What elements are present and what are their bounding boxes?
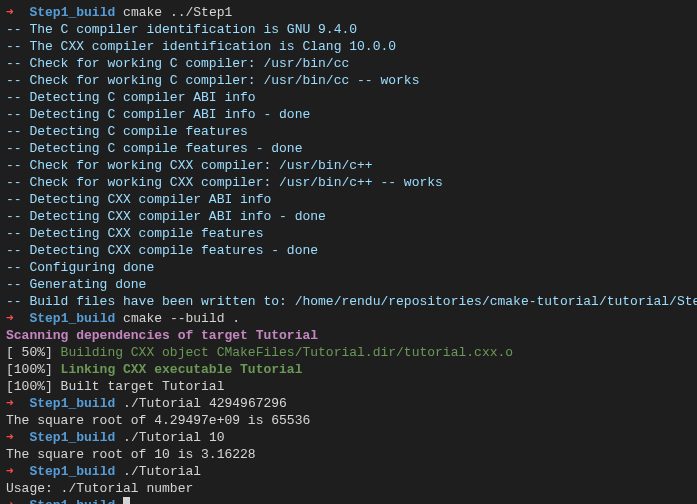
command: ./Tutorial <box>123 464 201 479</box>
link-line: [100%] Linking CXX executable Tutorial <box>6 361 691 378</box>
output-line: -- Detecting C compiler ABI info - done <box>6 106 691 123</box>
prompt-line: ➜ Step1_build cmake ../Step1 <box>6 4 691 21</box>
prompt-arrow-icon: ➜ <box>6 311 29 326</box>
build-line: [ 50%] Building CXX object CMakeFiles/Tu… <box>6 344 691 361</box>
prompt-dir: Step1_build <box>29 430 115 445</box>
output-line: -- Detecting CXX compiler ABI info - don… <box>6 208 691 225</box>
prompt-line: ➜ Step1_build ./Tutorial <box>6 463 691 480</box>
command: cmake ../Step1 <box>123 5 232 20</box>
prompt-arrow-icon: ➜ <box>6 498 29 504</box>
output-line: -- Detecting C compile features - done <box>6 140 691 157</box>
output-line: -- Detecting CXX compile features - done <box>6 242 691 259</box>
prompt-dir: Step1_build <box>29 498 115 504</box>
output-line: -- Detecting C compile features <box>6 123 691 140</box>
output-line: -- Detecting C compiler ABI info <box>6 89 691 106</box>
output-line: The square root of 10 is 3.16228 <box>6 446 691 463</box>
prompt-dir: Step1_build <box>29 311 115 326</box>
output-line: Usage: ./Tutorial number <box>6 480 691 497</box>
prompt-line: ➜ Step1_build ./Tutorial 10 <box>6 429 691 446</box>
scan-line: Scanning dependencies of target Tutorial <box>6 327 691 344</box>
prompt-dir: Step1_build <box>29 396 115 411</box>
output-line: -- Check for working CXX compiler: /usr/… <box>6 157 691 174</box>
terminal[interactable]: ➜ Step1_build cmake ../Step1 -- The C co… <box>6 4 691 504</box>
command: ./Tutorial 4294967296 <box>123 396 287 411</box>
output-line: -- Check for working C compiler: /usr/bi… <box>6 72 691 89</box>
prompt-arrow-icon: ➜ <box>6 430 29 445</box>
output-line: -- Detecting CXX compile features <box>6 225 691 242</box>
output-line: -- Check for working CXX compiler: /usr/… <box>6 174 691 191</box>
prompt-line: ➜ Step1_build ./Tutorial 4294967296 <box>6 395 691 412</box>
prompt-arrow-icon: ➜ <box>6 464 29 479</box>
prompt-dir: Step1_build <box>29 464 115 479</box>
output-line: -- Check for working C compiler: /usr/bi… <box>6 55 691 72</box>
command: cmake --build . <box>123 311 240 326</box>
prompt-dir: Step1_build <box>29 5 115 20</box>
output-line: -- Configuring done <box>6 259 691 276</box>
output-line: The square root of 4.29497e+09 is 65536 <box>6 412 691 429</box>
output-line: -- Build files have been written to: /ho… <box>6 293 691 310</box>
prompt-line[interactable]: ➜ Step1_build <box>6 497 691 504</box>
prompt-line: ➜ Step1_build cmake --build . <box>6 310 691 327</box>
output-line: -- The C compiler identification is GNU … <box>6 21 691 38</box>
output-line: -- Generating done <box>6 276 691 293</box>
output-line: -- Detecting CXX compiler ABI info <box>6 191 691 208</box>
cursor-icon <box>123 497 130 504</box>
output-line: -- The CXX compiler identification is Cl… <box>6 38 691 55</box>
prompt-arrow-icon: ➜ <box>6 396 29 411</box>
prompt-arrow-icon: ➜ <box>6 5 29 20</box>
command: ./Tutorial 10 <box>123 430 224 445</box>
built-line: [100%] Built target Tutorial <box>6 378 691 395</box>
